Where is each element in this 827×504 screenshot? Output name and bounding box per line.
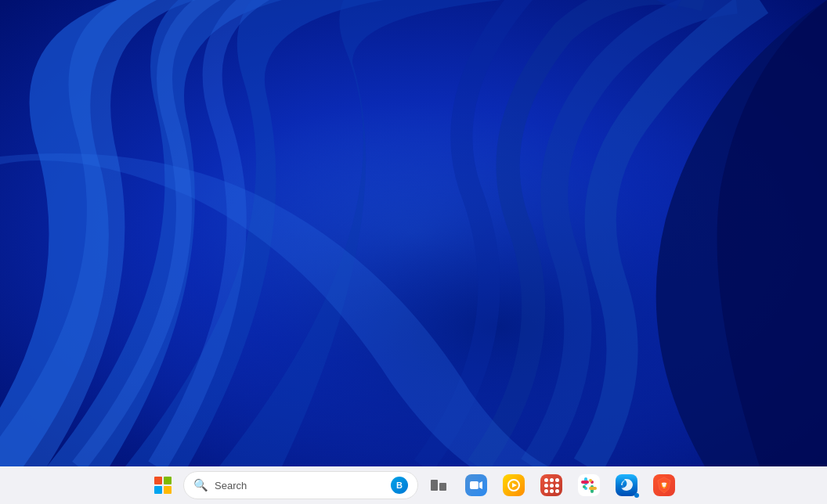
svg-rect-13 bbox=[589, 479, 592, 482]
svg-marker-5 bbox=[512, 483, 517, 488]
brave-icon bbox=[653, 474, 675, 496]
start-button[interactable] bbox=[146, 468, 180, 502]
edge-icon bbox=[616, 474, 637, 496]
task-view-button[interactable] bbox=[421, 468, 456, 502]
search-bar[interactable]: 🔍 Search B bbox=[183, 471, 418, 499]
dots-icon bbox=[540, 474, 562, 496]
slack-button[interactable] bbox=[572, 468, 606, 502]
svg-rect-9 bbox=[583, 485, 586, 488]
svg-rect-2 bbox=[470, 481, 479, 489]
wallpaper bbox=[0, 0, 827, 466]
search-text: Search bbox=[215, 480, 385, 491]
zoom-icon bbox=[465, 474, 487, 496]
svg-rect-10 bbox=[581, 481, 589, 484]
edge-button[interactable] bbox=[609, 468, 644, 502]
clipchamp-icon bbox=[503, 474, 525, 496]
dotapp-button[interactable] bbox=[534, 468, 569, 502]
slack-icon bbox=[578, 474, 600, 496]
desktop bbox=[0, 0, 827, 466]
edge-notification-badge bbox=[634, 493, 639, 498]
svg-marker-3 bbox=[479, 481, 482, 489]
svg-rect-12 bbox=[589, 487, 597, 490]
clipchamp-button[interactable] bbox=[497, 468, 531, 502]
search-icon: 🔍 bbox=[193, 478, 208, 492]
taskbar: 🔍 Search B bbox=[0, 466, 827, 504]
brave-button[interactable] bbox=[647, 468, 681, 502]
windows-logo-icon bbox=[154, 477, 172, 494]
task-view-icon bbox=[431, 480, 446, 491]
bing-icon: B bbox=[391, 477, 408, 494]
zoom-button[interactable] bbox=[459, 468, 493, 502]
